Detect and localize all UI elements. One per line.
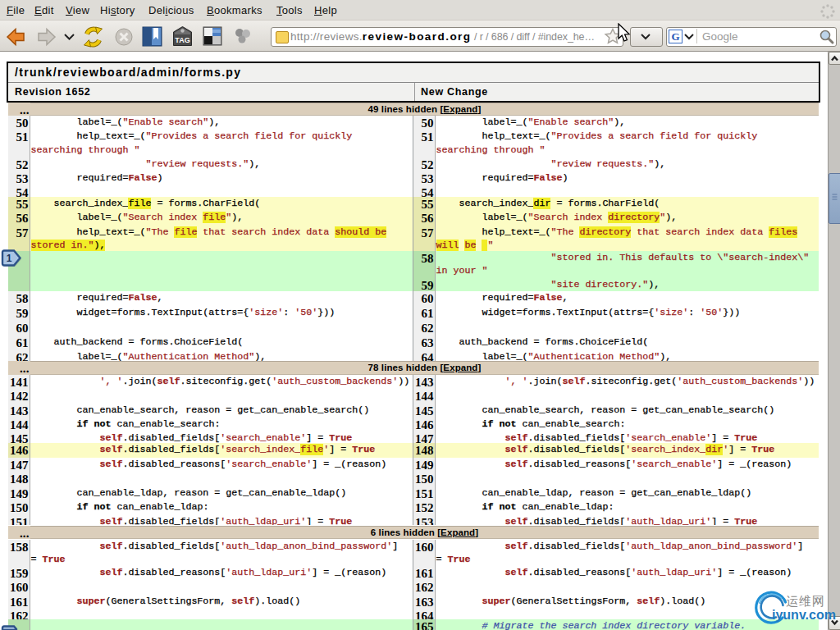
svg-text:1: 1 bbox=[7, 253, 12, 264]
svg-text:TAG: TAG bbox=[175, 36, 189, 44]
